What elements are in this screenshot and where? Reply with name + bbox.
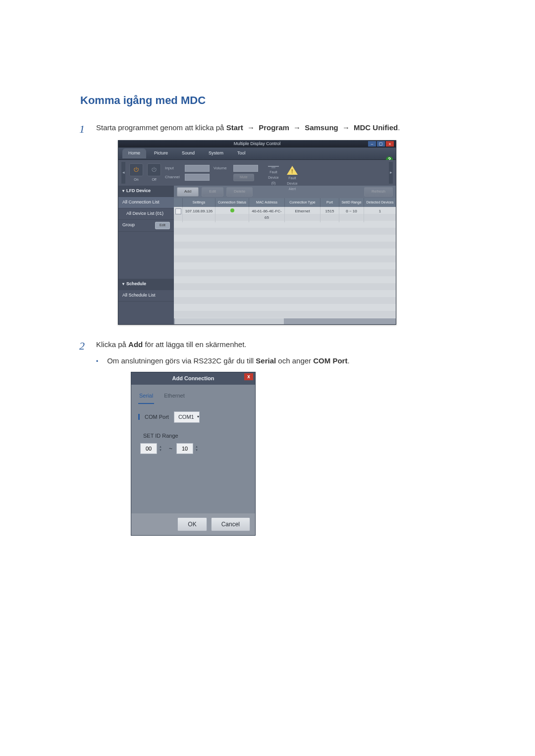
- fault-device-icon[interactable]: Fault Device (0): [266, 166, 281, 180]
- spin-up-icon[interactable]: ▲: [195, 445, 201, 449]
- com-port-select[interactable]: COM1 ▾: [174, 411, 200, 423]
- range-separator: ~: [169, 444, 172, 454]
- col-conn-status: Connection Status: [215, 198, 249, 207]
- power-on-label: On: [134, 177, 138, 183]
- toolbar-left-arrow[interactable]: ◂: [121, 162, 125, 184]
- range-to-input[interactable]: [176, 443, 193, 454]
- col-detected: Detected Devices: [364, 198, 396, 207]
- sub-b2: COM Port: [313, 356, 347, 365]
- toolbar-right-arrow[interactable]: ▸: [389, 162, 393, 184]
- status-online-icon: [230, 208, 234, 212]
- col-port: Port: [321, 198, 339, 207]
- sidebar-all-schedule[interactable]: All Schedule List: [118, 290, 174, 302]
- step-2-sub: Om anslutningen görs via RS232C går du t…: [96, 355, 461, 366]
- cell-ctype: Ethernet: [285, 207, 321, 222]
- range-from-input[interactable]: [140, 443, 157, 454]
- sidebar-group-label: Group: [122, 222, 135, 229]
- step2-pre: Klicka på: [96, 340, 128, 349]
- dialog-footer: OK Cancel: [131, 513, 255, 536]
- col-mac: MAC Address: [249, 198, 285, 207]
- path-mdc: MDC Unified: [354, 123, 398, 132]
- field-marker-icon: [138, 414, 140, 420]
- sidebar-schedule-header[interactable]: ▾Schedule: [118, 279, 174, 290]
- dialog-title: Add Connection: [172, 375, 214, 381]
- grid-header: Settings Connection Status MAC Address C…: [174, 198, 396, 207]
- fault-alert-label: Fault Device Alert: [285, 176, 300, 192]
- close-button[interactable]: x: [386, 141, 394, 147]
- step2-bold: Add: [128, 340, 143, 349]
- input-select[interactable]: [185, 165, 210, 172]
- channel-input[interactable]: [185, 174, 210, 181]
- menu-home[interactable]: Home: [122, 149, 146, 158]
- menu-picture[interactable]: Picture: [148, 149, 174, 158]
- sidebar-group-edit-button[interactable]: Edit: [155, 222, 170, 229]
- cell-status: [215, 207, 249, 222]
- step-num-1: 1: [79, 121, 85, 138]
- maximize-button[interactable]: ▢: [377, 141, 385, 147]
- mute-button[interactable]: Mute: [233, 174, 254, 181]
- spin-down-icon[interactable]: ▼: [159, 449, 165, 452]
- path-start: Start: [226, 123, 243, 132]
- tab-serial[interactable]: Serial: [138, 391, 154, 404]
- step-1-text: Starta programmet genom att klicka på St…: [96, 123, 400, 132]
- sidebar: ▾LFD Device All Connection List All Devi…: [118, 186, 174, 324]
- setid-label: SET ID Range: [143, 432, 178, 440]
- range-from-spinner[interactable]: ▲▼: [140, 443, 165, 454]
- minimize-button[interactable]: –: [368, 141, 376, 147]
- step-2: 2 Klicka på Add för att lägga till en sk…: [79, 339, 461, 536]
- scrollbar-thumb[interactable]: [175, 318, 284, 324]
- cell-mac: 40-61-86-4E-FC-65: [249, 207, 285, 222]
- range-to-spinner[interactable]: ▲▼: [176, 443, 201, 454]
- sub-mid: och anger: [276, 356, 313, 365]
- edit-button[interactable]: Edit: [202, 187, 223, 196]
- menu-tool[interactable]: Tool: [231, 149, 252, 158]
- cell-port: 1515: [321, 207, 339, 222]
- sidebar-all-device[interactable]: All Device List (01): [118, 208, 174, 220]
- menu-sound[interactable]: Sound: [176, 149, 201, 158]
- window-caption: Multiple Display Control: [234, 141, 281, 148]
- setid-row: SET ID Range ▲▼ ~ ▲▼: [138, 432, 248, 454]
- horizontal-scrollbar[interactable]: [174, 318, 396, 324]
- cancel-button[interactable]: Cancel: [211, 517, 250, 532]
- mdc-titlebar: Multiple Display Control – ▢ x: [118, 141, 396, 148]
- tab-ethernet[interactable]: Ethernet: [163, 391, 186, 404]
- dropdown-caret-icon: ▾: [197, 414, 199, 420]
- arrow-icon: →: [291, 122, 303, 133]
- refresh-button[interactable]: Refresh: [364, 187, 393, 196]
- arrow-icon: →: [245, 122, 257, 133]
- cell-settings: 107.108.89.126: [183, 207, 215, 222]
- delete-button[interactable]: Delete: [226, 187, 253, 196]
- com-port-value: COM1: [178, 413, 194, 421]
- sidebar-lfd-header[interactable]: ▾LFD Device: [118, 186, 174, 197]
- main-panel: Add Edit Delete Refresh Settings Connect…: [174, 186, 396, 324]
- dialog-tabs: Serial Ethernet: [138, 391, 248, 404]
- step-1: 1 Starta programmet genom att klicka på …: [79, 122, 461, 325]
- fault-alert-icon[interactable]: Fault Device Alert: [285, 166, 300, 180]
- path-program: Program: [259, 123, 289, 132]
- cell-detected: 1: [364, 207, 396, 222]
- path-samsung: Samsung: [305, 123, 338, 132]
- row-checkbox[interactable]: [175, 208, 181, 214]
- com-port-label: COM Port: [145, 413, 169, 421]
- grid-body: 107.108.89.126 40-61-86-4E-FC-65 Etherne…: [174, 207, 396, 318]
- input-label: Input: [165, 165, 183, 171]
- spin-up-icon[interactable]: ▲: [159, 445, 165, 449]
- com-port-row: COM Port COM1 ▾: [138, 411, 248, 423]
- ok-button[interactable]: OK: [177, 517, 207, 532]
- add-button[interactable]: Add: [177, 187, 199, 196]
- power-on-icon[interactable]: [129, 163, 143, 176]
- cell-range: 0 ~ 10: [339, 207, 364, 222]
- sidebar-all-connection[interactable]: All Connection List: [118, 197, 174, 208]
- menu-system[interactable]: System: [203, 149, 229, 158]
- sidebar-group: Group Edit: [118, 220, 174, 232]
- step-2-text: Klicka på Add för att lägga till en skär…: [96, 340, 247, 349]
- table-row[interactable]: 107.108.89.126 40-61-86-4E-FC-65 Etherne…: [174, 207, 396, 214]
- menubar: Home Picture Sound System Tool ?: [118, 148, 396, 160]
- col-checkbox: [174, 198, 183, 207]
- sub-post: .: [347, 356, 349, 365]
- dialog-close-button[interactable]: x: [244, 373, 253, 380]
- volume-input[interactable]: [233, 165, 258, 172]
- power-off-icon[interactable]: [147, 163, 161, 176]
- spin-down-icon[interactable]: ▼: [195, 449, 201, 452]
- fault-device-label: Fault Device (0): [266, 170, 281, 186]
